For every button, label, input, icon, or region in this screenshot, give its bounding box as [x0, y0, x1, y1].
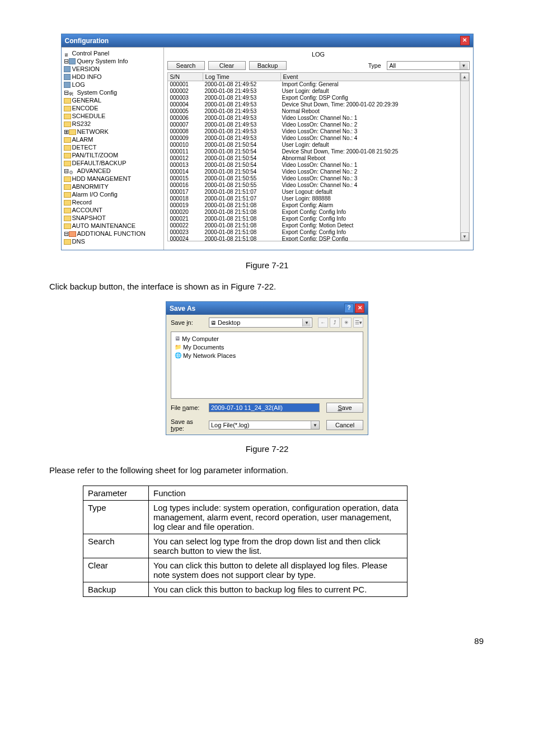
cell-event: Video LossOn: Channel No.: 2: [280, 169, 460, 175]
table-row[interactable]: 0000232000-01-08 21:51:08Export Config: …: [168, 229, 460, 236]
file-listing[interactable]: My Computer My Documents My Network Plac…: [171, 332, 363, 399]
folder-icon: [69, 231, 76, 236]
tree-automaint[interactable]: AUTO MAINTENANCE: [62, 222, 163, 230]
folder-icon: [64, 192, 71, 197]
col-event: Event: [281, 73, 460, 81]
log-table-body: 0000012000-01-08 21:49:52Import Config: …: [167, 81, 461, 241]
table-row[interactable]: 0000042000-01-08 21:49:53Device Shut Dow…: [168, 101, 460, 108]
list-item[interactable]: My Documents: [175, 343, 359, 351]
table-row[interactable]: 0000102000-01-08 21:50:54User Login: def…: [168, 142, 460, 148]
tree-record[interactable]: Record: [62, 198, 163, 206]
tree-query[interactable]: ⊟ Query System Info: [62, 57, 163, 65]
saveastype-select[interactable]: Log File(*.log) ▼: [209, 421, 320, 430]
backup-button[interactable]: Backup: [249, 61, 287, 70]
tree-detect[interactable]: DETECT: [62, 143, 163, 151]
folder-icon: [64, 137, 71, 142]
cell-time: 2000-01-08 21:50:54: [203, 142, 280, 148]
up-folder-icon[interactable]: ⤴: [330, 318, 340, 328]
close-icon[interactable]: ✕: [460, 36, 470, 45]
book-icon: [64, 82, 71, 87]
cell-sn: 000002: [168, 88, 203, 95]
tree-hddinfo[interactable]: HDD INFO: [62, 73, 163, 81]
table-row[interactable]: 0000212000-01-08 21:51:08Export Config: …: [168, 216, 460, 222]
table-row[interactable]: 0000172000-01-08 21:51:07User Logout: de…: [168, 189, 460, 195]
table-row[interactable]: 0000092000-01-08 21:49:53Video LossOn: C…: [168, 135, 460, 142]
table-row[interactable]: 0000152000-01-08 21:50:55Video LossOn: C…: [168, 175, 460, 182]
table-row[interactable]: 0000182000-01-08 21:51:07User Login: 888…: [168, 195, 460, 202]
cancel-button[interactable]: Cancel: [326, 420, 363, 430]
tree-advanced[interactable]: ⊟ ADVANCED: [62, 167, 163, 175]
table-row[interactable]: 0000022000-01-08 21:49:53User Login: def…: [168, 88, 460, 95]
tree-abnormity[interactable]: ABNORMITY: [62, 183, 163, 190]
figure-caption: Figure 7-22: [49, 444, 485, 454]
list-item[interactable]: My Network Places: [175, 351, 359, 360]
tree-hddmgmt[interactable]: HDD MANAGEMENT: [62, 175, 163, 183]
filename-input[interactable]: 2009-07-10 11_24_32(All): [209, 403, 320, 412]
tree-ptz[interactable]: PAN/TILT/ZOOM: [62, 151, 163, 159]
cell-sn: 000009: [168, 135, 203, 142]
tree-defaultbackup[interactable]: DEFAULT/BACKUP: [62, 159, 163, 167]
cell-time: 2000-01-08 21:49:53: [203, 135, 280, 142]
tree-version[interactable]: VERSION: [62, 65, 163, 73]
folder-icon: [69, 129, 76, 134]
new-folder-icon[interactable]: ✳: [341, 318, 352, 328]
tree-general[interactable]: GENERAL: [62, 96, 163, 104]
table-row[interactable]: 0000242000-01-08 21:51:08Export Config: …: [168, 236, 460, 241]
table-row[interactable]: 0000082000-01-08 21:49:53Video LossOn: C…: [168, 128, 460, 135]
tree-control-panel[interactable]: Control Panel: [62, 49, 163, 57]
help-icon[interactable]: ?: [344, 304, 354, 313]
table-row[interactable]: 0000132000-01-08 21:50:54Video LossOn: C…: [168, 162, 460, 169]
cell-sn: 000023: [168, 229, 203, 236]
table-row[interactable]: 0000032000-01-08 21:49:53Export Config: …: [168, 95, 460, 101]
scroll-up-icon[interactable]: ▲: [461, 73, 469, 81]
tree-schedule[interactable]: SCHEDULE: [62, 112, 163, 120]
tree-sysconfig[interactable]: ⊟ System Config: [62, 88, 163, 96]
table-row[interactable]: 0000222000-01-08 21:51:08Export Config: …: [168, 222, 460, 229]
title-bar: Configuration ✕: [62, 34, 473, 47]
param-name: Type: [83, 500, 149, 534]
table-row[interactable]: 0000012000-01-08 21:49:52Import Config: …: [168, 81, 460, 88]
table-row[interactable]: 0000062000-01-08 21:49:53Video LossOn: C…: [168, 115, 460, 122]
col-sn: S/N: [168, 73, 203, 81]
tree-encode[interactable]: ENCODE: [62, 104, 163, 112]
table-row[interactable]: 0000122000-01-08 21:50:54Abnormal Reboot: [168, 155, 460, 162]
save-button[interactable]: Save: [326, 403, 363, 413]
tree-network[interactable]: ⊞ NETWORK: [62, 128, 163, 136]
tree-dns[interactable]: DNS: [62, 237, 163, 245]
view-menu-icon[interactable]: ☰▾: [353, 318, 363, 328]
cell-sn: 000017: [168, 189, 203, 195]
search-button[interactable]: Search: [167, 61, 205, 70]
cell-sn: 000016: [168, 182, 203, 189]
folder-icon: [64, 105, 71, 111]
table-row[interactable]: 0000112000-01-08 21:50:54Device Shut Dow…: [168, 148, 460, 155]
body-text: Please refer to the following sheet for …: [49, 465, 485, 476]
col-header-parameter: Parameter: [83, 486, 149, 500]
back-icon[interactable]: ←: [318, 318, 328, 328]
scrollbar[interactable]: ▲ ▼: [461, 72, 470, 241]
save-as-dialog: Save As ? ✕ Save in: Desktop ▼ ← ⤴ ✳ ☰▾ …: [166, 301, 368, 435]
table-row[interactable]: 0000162000-01-08 21:50:55Video LossOn: C…: [168, 182, 460, 189]
clear-button[interactable]: Clear: [208, 61, 246, 70]
cell-sn: 000010: [168, 142, 203, 148]
param-desc: You can select log type from the drop do…: [149, 534, 407, 558]
tree-snapshot[interactable]: SNAPSHOT: [62, 214, 163, 222]
table-row[interactable]: 0000072000-01-08 21:49:53Video LossOn: C…: [168, 122, 460, 128]
savein-select[interactable]: Desktop ▼: [209, 318, 312, 328]
table-row[interactable]: 0000192000-01-08 21:51:08Export Config: …: [168, 202, 460, 209]
tree-addlfunc[interactable]: ⊟ ADDTIONAL FUNCTION: [62, 230, 163, 237]
tree-log[interactable]: LOG: [62, 81, 163, 88]
cell-event: Abnormal Reboot: [280, 155, 460, 162]
tree-alarmio[interactable]: Alarm I/O Config: [62, 190, 163, 198]
table-row[interactable]: 0000052000-01-08 21:49:53Normal Reboot: [168, 108, 460, 115]
close-icon[interactable]: ✕: [355, 304, 364, 313]
table-row[interactable]: 0000202000-01-08 21:51:08Export Config: …: [168, 209, 460, 216]
type-select[interactable]: All ▼: [387, 61, 470, 70]
tree-rs232[interactable]: RS232: [62, 120, 163, 128]
tree-alarm[interactable]: ALARM: [62, 136, 163, 143]
scroll-down-icon[interactable]: ▼: [461, 232, 469, 241]
cell-sn: 000013: [168, 162, 203, 169]
chevron-down-icon: ▼: [460, 62, 468, 69]
tree-account[interactable]: ACCOUNT: [62, 206, 163, 214]
table-row[interactable]: 0000142000-01-08 21:50:54Video LossOn: C…: [168, 169, 460, 175]
list-item[interactable]: My Computer: [175, 334, 359, 343]
